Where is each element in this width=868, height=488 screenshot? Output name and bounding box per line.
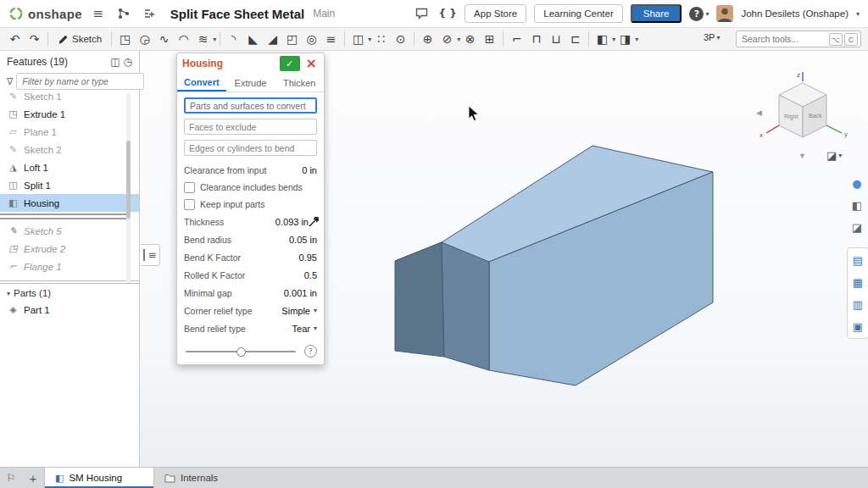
share-button[interactable]: Share <box>631 4 682 23</box>
extrude-icon[interactable]: ◳ <box>115 30 135 48</box>
sketch-button[interactable]: Sketch <box>52 30 108 48</box>
feature-item-selected[interactable]: ◧ Housing <box>0 194 139 212</box>
rotate-left-arrow-icon[interactable]: ◀ <box>756 108 762 117</box>
model-housing[interactable] <box>364 127 737 407</box>
tab-manager-icon[interactable]: ⚐ <box>0 468 22 488</box>
minimal-gap-value[interactable]: 0.001 in <box>284 288 317 298</box>
linear-pattern-icon[interactable]: ∷ <box>371 30 391 48</box>
rotate-down-arrow-icon[interactable]: ▼ <box>798 152 806 160</box>
rolled-k-factor-value[interactable]: 0.5 <box>304 270 317 280</box>
move-face-icon[interactable]: ⊞ <box>480 30 499 48</box>
add-tab-button[interactable]: + <box>22 468 44 488</box>
clearance-value[interactable]: 0 in <box>302 165 317 175</box>
tab-thicken[interactable]: Thicken <box>275 74 324 92</box>
sheet-metal-bend-icon[interactable]: ⊔ <box>546 30 565 48</box>
transform-icon[interactable]: ◨ <box>615 30 635 48</box>
thickness-value[interactable]: 0.093 in <box>275 217 309 227</box>
feature-item[interactable]: ◳ Extrude 2 <box>0 240 139 258</box>
revolve-icon[interactable]: ◶ <box>135 30 154 48</box>
circular-pattern-icon[interactable]: ⊙ <box>391 30 410 48</box>
mirror-icon[interactable]: ◫ <box>348 30 368 48</box>
tab-convert[interactable]: Convert <box>177 74 226 92</box>
flat-pattern-icon[interactable]: ◧ <box>593 30 612 48</box>
app-store-button[interactable]: App Store <box>465 4 526 23</box>
hole-icon[interactable]: ◎ <box>302 30 321 48</box>
view-modes-button[interactable]: ◪ ▾ <box>826 149 842 162</box>
sheet-metal-table-panel-icon[interactable]: ▥ <box>849 296 866 313</box>
chevron-down-icon[interactable]: ▾ <box>856 10 860 18</box>
history-icon[interactable]: ◷ <box>124 56 132 68</box>
draft-icon[interactable]: ◢ <box>263 30 282 48</box>
bom-panel-icon[interactable]: ▦ <box>849 274 866 291</box>
hamburger-menu-icon[interactable]: ≡ <box>89 4 108 23</box>
loft-icon[interactable]: ◠ <box>174 30 193 48</box>
boolean-icon[interactable]: ⊕ <box>418 30 437 48</box>
keep-input-parts-row[interactable]: Keep input parts <box>184 196 317 213</box>
comments-icon[interactable] <box>412 4 431 23</box>
display-states-icon[interactable]: ◪ <box>849 219 865 236</box>
feature-item[interactable]: ◳ Extrude 1 <box>0 105 139 123</box>
faces-to-exclude-field[interactable]: Faces to exclude <box>184 119 317 135</box>
popout-panel-icon[interactable]: ◫ <box>110 56 120 68</box>
chamfer-icon[interactable]: ◣ <box>243 30 263 48</box>
slider-handle[interactable] <box>236 347 246 357</box>
fillet-icon[interactable]: ◝ <box>224 30 243 48</box>
feature-script-icon[interactable]: { } <box>438 4 457 23</box>
tab-internals[interactable]: Internals <box>154 468 264 488</box>
feature-item[interactable]: ▱ Plane 1 <box>0 123 139 141</box>
feature-item[interactable]: ✎ Sketch 1 <box>0 93 139 105</box>
comments-panel-icon[interactable]: ▤ <box>849 252 866 269</box>
sheet-metal-tab-icon[interactable]: ⊓ <box>526 30 546 48</box>
user-menu[interactable]: John Desilets (Onshape) <box>741 8 849 19</box>
part-item[interactable]: ◈ Part 1 <box>0 301 139 319</box>
panel-splitter[interactable] <box>0 280 139 284</box>
feature-item[interactable]: ◮ Loft 1 <box>0 158 139 176</box>
redo-icon[interactable]: ↷ <box>25 30 44 48</box>
bend-relief-dropdown[interactable]: Tear ▾ <box>292 324 317 334</box>
feature-item[interactable]: ⌐ Flange 1 <box>0 258 139 275</box>
cancel-button[interactable]: × <box>304 57 319 70</box>
edges-to-bend-field[interactable]: Edges or cylinders to bend <box>184 140 317 156</box>
bend-radius-value[interactable]: 0.05 in <box>289 235 317 245</box>
clearance-includes-bends-row[interactable]: Clearance includes bends <box>184 179 317 196</box>
accept-button[interactable]: ✓ <box>280 56 300 71</box>
sheet-metal-flange-icon[interactable]: ⌐ <box>507 30 526 48</box>
chevron-down-icon[interactable]: ▾ <box>635 36 638 43</box>
corner-relief-dropdown[interactable]: Simple ▾ <box>281 306 317 316</box>
tab-sm-housing[interactable]: ◧ SM Housing <box>44 468 154 488</box>
avatar[interactable] <box>716 5 733 22</box>
workspace-name[interactable]: Main <box>313 8 335 19</box>
rib-icon[interactable]: ≡ <box>321 30 341 48</box>
onshape-logo[interactable]: onshape <box>8 6 82 21</box>
parts-section-header[interactable]: ▾ Parts (1) <box>0 286 139 301</box>
scrollbar-thumb[interactable] <box>126 141 131 219</box>
parts-to-convert-field[interactable]: Parts and surfaces to convert <box>184 97 317 114</box>
help-menu[interactable]: ? ▾ <box>689 7 709 21</box>
learning-center-button[interactable]: Learning Center <box>534 4 622 23</box>
sheet-metal-corner-icon[interactable]: ⊏ <box>565 30 585 48</box>
rollback-slider[interactable] <box>184 347 298 356</box>
threep-dropdown[interactable]: 3P ▾ <box>700 32 723 42</box>
bend-k-factor-value[interactable]: 0.95 <box>299 252 317 263</box>
shell-icon[interactable]: ◰ <box>282 30 302 48</box>
material-icon[interactable]: ◧ <box>849 197 865 214</box>
help-icon[interactable]: ? <box>304 345 317 358</box>
split-icon[interactable]: ⊘ <box>437 30 457 48</box>
sweep-icon[interactable]: ∿ <box>154 30 174 48</box>
insert-tab-icon[interactable] <box>140 4 159 23</box>
versions-panel-icon[interactable]: ▣ <box>849 318 866 335</box>
delete-face-icon[interactable]: ⊗ <box>460 30 480 48</box>
chevron-down-icon[interactable]: ▾ <box>213 36 216 43</box>
undo-icon[interactable]: ↶ <box>5 30 25 48</box>
feature-filter-input[interactable] <box>16 73 144 90</box>
versions-history-icon[interactable] <box>114 4 133 23</box>
tab-extrude[interactable]: Extrude <box>226 74 275 92</box>
feature-item[interactable]: ✎ Sketch 5 <box>0 222 139 240</box>
appearance-sphere-icon[interactable]: ● <box>849 175 865 191</box>
feature-list-flyout-button[interactable]: ≡ <box>141 244 160 266</box>
rollback-bar[interactable] <box>0 214 131 219</box>
flip-direction-icon[interactable] <box>309 216 320 227</box>
clearance-includes-bends-checkbox[interactable] <box>184 182 195 193</box>
feature-item[interactable]: ◫ Split 1 <box>0 176 139 194</box>
keep-input-parts-checkbox[interactable] <box>184 199 195 210</box>
